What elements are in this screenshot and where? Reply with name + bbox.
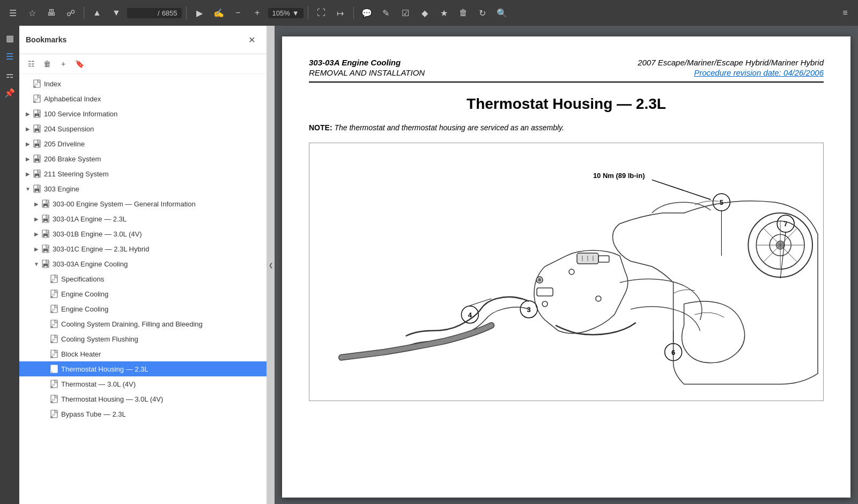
expand-arrow-index[interactable] [24,79,32,88]
find-icon[interactable]: 🔍 [493,4,511,21]
highlight-icon[interactable]: ☑ [397,4,414,21]
delete-icon[interactable]: 🗑 [455,4,472,21]
expand-all-button[interactable]: ☷ [24,56,39,71]
fit-width-icon[interactable]: ↦ [332,4,349,21]
expand-arrow-303-01a[interactable]: ▶ [32,214,41,223]
bookmark-icon[interactable]: ☆ [24,4,41,21]
tree-item-engine-cooling-2[interactable]: Engine Cooling [19,301,267,316]
tree-item-specs[interactable]: Specifications [19,271,267,286]
tree-item-alpha-index[interactable]: Alphabetical Index [19,91,267,106]
tree-item-204-suspension[interactable]: ▶ 204 Suspension [19,121,267,136]
pdf-viewer[interactable]: 303-03A Engine Cooling REMOVAL AND INSTA… [275,26,858,504]
sep-3 [308,6,308,19]
tree-item-100-service[interactable]: ▶ 100 Service Information [19,106,267,121]
svg-rect-2 [35,85,38,85]
shape-icon[interactable]: ◆ [416,4,433,21]
fit-page-icon[interactable]: ⛶ [313,4,330,21]
svg-rect-33 [52,325,55,325]
item-icon-303-01a [41,214,50,224]
svg-rect-29 [52,310,55,310]
page-number-input[interactable]: 2166 [131,9,156,17]
page-down-icon[interactable]: ▼ [108,4,125,21]
pen-icon[interactable]: ✎ [378,4,395,21]
tree-item-205-driveline[interactable]: ▶ 205 Driveline [19,136,267,151]
add-bookmark-button[interactable]: + [56,56,71,71]
tree-item-303-03a[interactable]: ▼ 303-03A Engine Cooling [19,256,267,271]
sidebar-collapse-handle[interactable]: ❮ [267,26,275,504]
expand-arrow-205-driveline[interactable]: ▶ [24,139,32,148]
item-icon-cooling-drain [49,319,59,329]
expand-arrow-206-brake[interactable]: ▶ [24,154,32,163]
zoom-out-icon[interactable]: − [230,4,247,21]
item-label-303-engine: 303 Engine [44,185,262,193]
tree-item-cooling-drain[interactable]: Cooling System Draining, Filling and Ble… [19,316,267,331]
item-icon-alpha-index [32,94,42,103]
expand-arrow-211-steering[interactable]: ▶ [24,169,32,178]
tree-item-thermostat-housing-30l[interactable]: Thermostat Housing — 3.0L (4V) [19,391,267,406]
close-bookmarks-button[interactable]: ✕ [243,31,260,48]
cursor-tool-icon[interactable]: ▶ [191,4,208,21]
delete-bookmark-button[interactable]: 🗑 [40,56,55,71]
zoom-control[interactable]: 105% ▼ [268,8,304,18]
print-icon[interactable]: 🖶 [43,4,60,21]
pan-tool-icon[interactable]: ✍ [210,4,227,21]
expand-arrow-303-01c[interactable]: ▶ [32,244,41,253]
item-label-alpha-index: Alphabetical Index [44,95,262,103]
tree-item-303-01c[interactable]: ▶ 303-01C Engine — 2.3L Hybrid [19,241,267,256]
tree-item-cooling-flush[interactable]: Cooling System Flushing [19,331,267,346]
expand-arrow-cooling-flush[interactable] [41,335,49,343]
left-nav-pages[interactable]: ▩ [2,30,18,46]
expand-arrow-engine-cooling-2[interactable] [41,305,49,313]
expand-arrow-303-00[interactable]: ▶ [32,199,41,208]
pdf-revision-link[interactable]: Procedure revision date: 04/26/2006 [694,68,824,77]
expand-arrow-bypass-23l[interactable] [41,410,49,418]
expand-arrow-thermostat-23l[interactable] [41,365,49,373]
expand-arrow-204-suspension[interactable]: ▶ [24,124,32,133]
svg-rect-25 [52,295,55,295]
expand-arrow-engine-cooling-1[interactable] [41,290,49,298]
nav-left-icon[interactable]: ☰ [4,4,21,21]
left-nav-attachments[interactable]: 📌 [2,85,18,101]
item-icon-block-heater [49,349,59,359]
bookmark-settings-button[interactable]: 🔖 [72,56,87,71]
search-icon[interactable]: ☍ [62,4,79,21]
tree-item-303-01b[interactable]: ▶ 303-01B Engine — 3.0L (4V) [19,226,267,241]
zoom-dropdown-icon[interactable]: ▼ [292,9,299,17]
tree-item-303-engine[interactable]: ▼ 303 Engine [19,181,267,196]
stamp-icon[interactable]: ★ [435,4,453,21]
page-nav: 2166 / 6855 [127,8,182,18]
tree-item-211-steering[interactable]: ▶ 211 Steering System [19,166,267,181]
left-nav-layers[interactable]: ⚎ [2,66,18,83]
expand-arrow-thermostat-30l[interactable] [41,380,49,388]
expand-arrow-100-service[interactable]: ▶ [24,109,32,118]
pdf-diagram: 10 Nm (89 lb-in) 5 7 4 3 [309,143,824,401]
more-icon[interactable]: ≡ [837,4,854,21]
tree-item-bypass-23l[interactable]: Bypass Tube — 2.3L [19,406,267,421]
expand-arrow-303-03a[interactable]: ▼ [32,260,41,268]
tree-item-thermostat-30l[interactable]: Thermostat — 3.0L (4V) [19,376,267,391]
tree-item-thermostat-23l[interactable]: Thermostat Housing — 2.3L [19,361,267,376]
comment-icon[interactable]: 💬 [358,4,375,21]
expand-arrow-block-heater[interactable] [41,350,49,358]
tree-item-303-00[interactable]: ▶ 303-00 Engine System — General Informa… [19,196,267,211]
expand-arrow-alpha-index[interactable] [24,94,32,103]
svg-point-89 [538,278,541,281]
expand-arrow-303-engine[interactable]: ▼ [24,184,32,193]
tree-item-engine-cooling-1[interactable]: Engine Cooling [19,286,267,301]
expand-arrow-cooling-drain[interactable] [41,320,49,328]
tree-item-block-heater[interactable]: Block Heater [19,346,267,361]
tree-item-206-brake[interactable]: ▶ 206 Brake System [19,151,267,166]
page-up-icon[interactable]: ▲ [88,4,106,21]
expand-arrow-specs[interactable] [41,275,49,283]
item-label-cooling-flush: Cooling System Flushing [61,335,262,343]
left-nav-bookmarks[interactable]: ☰ [2,48,18,64]
item-label-303-01c: 303-01C Engine — 2.3L Hybrid [53,245,262,253]
expand-arrow-thermostat-housing-30l[interactable] [41,395,49,403]
svg-point-30 [51,312,53,314]
zoom-in-icon[interactable]: + [249,4,266,21]
expand-arrow-303-01b[interactable]: ▶ [32,229,41,238]
tree-item-303-01a[interactable]: ▶ 303-01A Engine — 2.3L [19,211,267,226]
tree-item-index[interactable]: Index [19,76,267,91]
sep-1 [84,6,84,19]
undo-icon[interactable]: ↻ [474,4,491,21]
